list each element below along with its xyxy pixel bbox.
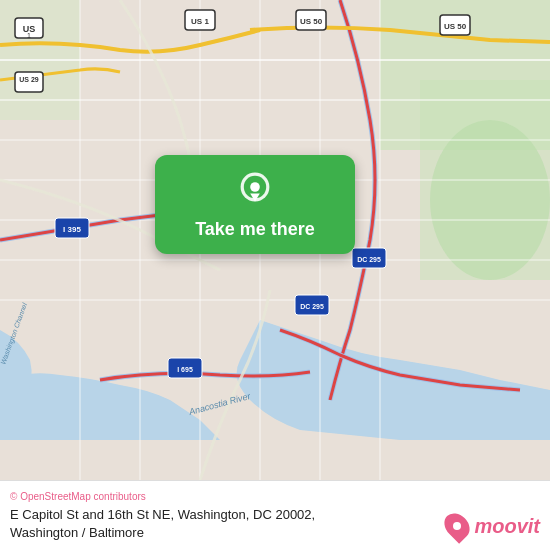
osm-credit: © OpenStreetMap contributors xyxy=(10,491,540,502)
take-me-there-button[interactable]: Take me there xyxy=(155,155,355,254)
moovit-pin-inner xyxy=(453,522,461,530)
svg-text:US 1: US 1 xyxy=(191,17,209,26)
svg-text:US 50: US 50 xyxy=(444,22,467,31)
svg-text:US 29: US 29 xyxy=(19,76,39,83)
svg-point-4 xyxy=(430,120,550,280)
svg-text:1: 1 xyxy=(27,32,31,39)
map-container: US 1 US 29 US 1 US 50 US 50 I 395 DC 295… xyxy=(0,0,550,480)
svg-text:US 50: US 50 xyxy=(300,17,323,26)
svg-text:I 395: I 395 xyxy=(63,225,81,234)
svg-text:DC 295: DC 295 xyxy=(357,256,381,263)
location-line2: Washington / Baltimore xyxy=(10,525,144,540)
take-me-there-label: Take me there xyxy=(195,219,315,240)
location-pin-icon xyxy=(235,171,275,211)
svg-text:I 695: I 695 xyxy=(177,366,193,373)
svg-point-43 xyxy=(250,182,260,192)
svg-text:DC 295: DC 295 xyxy=(300,303,324,310)
location-line1: E Capitol St and 16th St NE, Washington,… xyxy=(10,507,315,522)
moovit-text: moovit xyxy=(474,515,540,538)
moovit-logo: moovit xyxy=(446,512,540,540)
footer: © OpenStreetMap contributors E Capitol S… xyxy=(0,480,550,550)
